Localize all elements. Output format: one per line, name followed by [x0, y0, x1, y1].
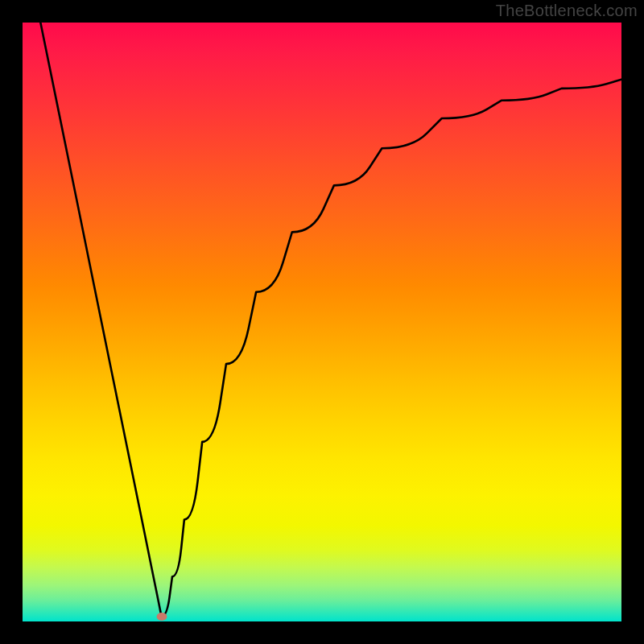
chart-frame: TheBottleneck.com: [0, 0, 644, 644]
plot-area: [23, 23, 621, 621]
bottleneck-curve: [23, 23, 621, 621]
watermark-text: TheBottleneck.com: [496, 2, 638, 20]
minimum-marker: [156, 613, 167, 621]
curve-path: [40, 23, 621, 617]
